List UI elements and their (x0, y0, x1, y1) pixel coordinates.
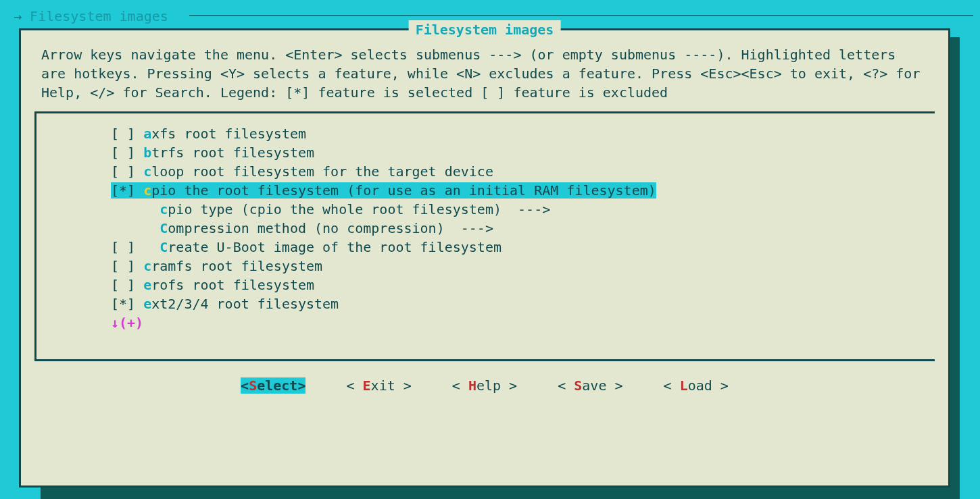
hotkey-letter: a (143, 126, 151, 142)
checkbox-icon: [ ] (111, 239, 135, 255)
menu-item[interactable]: [*] ext2/3/4 root filesystem (43, 294, 928, 313)
menu-item[interactable]: [ ] btrfs root filesystem (43, 143, 928, 162)
button-separator (305, 376, 346, 395)
dialog-button[interactable]: <Select> (241, 377, 305, 394)
horizontal-rule (189, 15, 973, 16)
hotkey-letter: c (143, 163, 151, 180)
menu-item[interactable]: [*] cpio the root filesystem (for use as… (43, 181, 656, 200)
button-separator (517, 376, 558, 395)
menuconfig-dialog: Filesystem images Arrow keys navigate th… (19, 28, 950, 488)
dialog-button[interactable]: < Load > (664, 377, 729, 394)
hotkey-letter: C (160, 239, 168, 255)
checkbox-icon: [ ] (111, 145, 135, 161)
menu-item[interactable]: [ ] erofs root filesystem (43, 275, 928, 294)
checkbox-icon: [*] (111, 182, 135, 199)
checkbox-icon: [ ] (111, 163, 135, 180)
button-separator (412, 376, 452, 395)
checkbox-icon (111, 201, 135, 217)
breadcrumb: → Filesystem images (14, 7, 168, 26)
dialog-button[interactable]: < Save > (558, 377, 622, 394)
hotkey-letter: c (160, 201, 168, 217)
menu-item[interactable]: Compression method (no compression) ---> (43, 219, 928, 238)
checkbox-icon: [ ] (111, 126, 135, 142)
submenu-arrow-icon: ---> (445, 220, 493, 236)
menu-item[interactable]: [ ] axfs root filesystem (43, 124, 928, 143)
button-hotkey: E (363, 377, 371, 394)
dialog-button[interactable]: < Exit > (346, 377, 411, 394)
hotkey-letter: e (143, 296, 151, 312)
button-hotkey: S (249, 377, 257, 394)
breadcrumb-text: Filesystem images (30, 8, 168, 24)
dialog-button[interactable]: < Help > (452, 377, 517, 394)
menu-item[interactable]: cpio type (cpio the whole root filesyste… (43, 200, 928, 219)
hotkey-letter: c (143, 182, 151, 199)
menu-list[interactable]: [ ] axfs root filesystem[ ] btrfs root f… (34, 111, 935, 361)
button-bar: <Select> < Exit > < Help > < Save > < Lo… (21, 376, 948, 395)
checkbox-icon: [ ] (111, 277, 135, 293)
button-hotkey: H (468, 377, 476, 394)
checkbox-icon (111, 220, 135, 236)
button-hotkey: S (574, 377, 582, 394)
submenu-arrow-icon: ---> (501, 201, 550, 217)
menu-item[interactable]: [ ] cramfs root filesystem (43, 257, 928, 275)
dialog-title: Filesystem images (409, 20, 561, 39)
help-text: Arrow keys navigate the menu. <Enter> se… (21, 30, 948, 109)
checkbox-icon: [*] (111, 296, 135, 312)
hotkey-letter: b (143, 145, 151, 161)
hotkey-letter: c (143, 258, 151, 274)
button-separator (623, 376, 664, 395)
checkbox-icon: [ ] (111, 258, 135, 274)
button-hotkey: L (680, 377, 688, 394)
hotkey-letter: e (143, 277, 151, 293)
menu-item[interactable]: [ ] Create U-Boot image of the root file… (43, 238, 928, 257)
hotkey-letter: C (160, 220, 168, 236)
arrow-right-icon: → (14, 8, 30, 24)
scroll-down-indicator: ↓(+) (43, 313, 928, 332)
menu-item[interactable]: [ ] cloop root filesystem for the target… (43, 162, 928, 181)
